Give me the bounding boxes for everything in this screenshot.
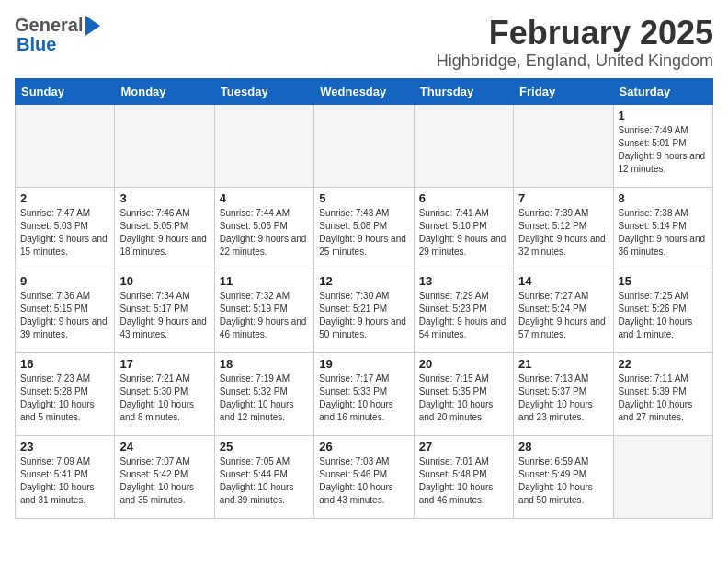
- calendar-cell: 9Sunrise: 7:36 AM Sunset: 5:15 PM Daylig…: [16, 270, 115, 352]
- logo: General Blue: [15, 15, 100, 55]
- calendar-cell: 21Sunrise: 7:13 AM Sunset: 5:37 PM Dayli…: [514, 352, 613, 435]
- day-info: Sunrise: 7:43 AM Sunset: 5:08 PM Dayligh…: [319, 207, 408, 259]
- day-number: 25: [220, 440, 309, 454]
- calendar-table: Sunday Monday Tuesday Wednesday Thursday…: [15, 78, 713, 519]
- day-number: 15: [619, 274, 708, 288]
- day-number: 20: [419, 357, 508, 371]
- day-number: 3: [119, 191, 209, 205]
- day-number: 8: [619, 191, 708, 205]
- calendar-cell: 14Sunrise: 7:27 AM Sunset: 5:24 PM Dayli…: [514, 270, 613, 352]
- calendar-cell: 11Sunrise: 7:32 AM Sunset: 5:19 PM Dayli…: [214, 270, 313, 352]
- day-number: 10: [119, 274, 209, 288]
- day-info: Sunrise: 7:05 AM Sunset: 5:44 PM Dayligh…: [220, 455, 309, 507]
- calendar-week-row: 9Sunrise: 7:36 AM Sunset: 5:15 PM Daylig…: [16, 270, 713, 352]
- calendar-cell: 20Sunrise: 7:15 AM Sunset: 5:35 PM Dayli…: [414, 352, 513, 435]
- page-header: General Blue February 2025 Highbridge, E…: [15, 15, 713, 71]
- calendar-cell: 8Sunrise: 7:38 AM Sunset: 5:14 PM Daylig…: [613, 187, 712, 270]
- logo-arrow: [85, 16, 100, 36]
- calendar-week-row: 2Sunrise: 7:47 AM Sunset: 5:03 PM Daylig…: [16, 187, 713, 270]
- calendar-week-row: 23Sunrise: 7:09 AM Sunset: 5:41 PM Dayli…: [16, 435, 713, 518]
- day-info: Sunrise: 7:03 AM Sunset: 5:46 PM Dayligh…: [319, 455, 408, 507]
- header-saturday: Saturday: [613, 78, 712, 104]
- calendar-cell: 12Sunrise: 7:30 AM Sunset: 5:21 PM Dayli…: [314, 270, 414, 352]
- calendar-cell: [314, 104, 414, 187]
- calendar-cell: 27Sunrise: 7:01 AM Sunset: 5:48 PM Dayli…: [414, 435, 513, 518]
- day-info: Sunrise: 7:27 AM Sunset: 5:24 PM Dayligh…: [518, 290, 608, 341]
- day-info: Sunrise: 7:23 AM Sunset: 5:28 PM Dayligh…: [20, 373, 109, 424]
- day-info: Sunrise: 7:13 AM Sunset: 5:37 PM Dayligh…: [518, 373, 608, 424]
- calendar-cell: 2Sunrise: 7:47 AM Sunset: 5:03 PM Daylig…: [16, 187, 115, 270]
- location-title: Highbridge, England, United Kingdom: [437, 52, 713, 71]
- day-number: 12: [319, 274, 408, 288]
- day-number: 11: [220, 274, 309, 288]
- day-number: 6: [419, 191, 508, 205]
- day-number: 14: [518, 274, 608, 288]
- day-number: 5: [319, 191, 408, 205]
- day-info: Sunrise: 7:11 AM Sunset: 5:39 PM Dayligh…: [619, 373, 708, 424]
- calendar-cell: [414, 104, 513, 187]
- header-thursday: Thursday: [414, 78, 513, 104]
- calendar-cell: 6Sunrise: 7:41 AM Sunset: 5:10 PM Daylig…: [414, 187, 513, 270]
- day-info: Sunrise: 7:47 AM Sunset: 5:03 PM Dayligh…: [20, 207, 109, 259]
- day-info: Sunrise: 6:59 AM Sunset: 5:49 PM Dayligh…: [518, 455, 608, 507]
- day-number: 23: [20, 440, 109, 454]
- day-info: Sunrise: 7:38 AM Sunset: 5:14 PM Dayligh…: [619, 207, 708, 259]
- calendar-week-row: 16Sunrise: 7:23 AM Sunset: 5:28 PM Dayli…: [16, 352, 713, 435]
- day-number: 2: [20, 191, 109, 205]
- calendar-cell: 15Sunrise: 7:25 AM Sunset: 5:26 PM Dayli…: [613, 270, 712, 352]
- day-number: 22: [619, 357, 708, 371]
- day-number: 7: [518, 191, 608, 205]
- calendar-cell: 1Sunrise: 7:49 AM Sunset: 5:01 PM Daylig…: [613, 104, 712, 187]
- day-number: 17: [119, 357, 209, 371]
- header-monday: Monday: [115, 78, 214, 104]
- calendar-cell: 19Sunrise: 7:17 AM Sunset: 5:33 PM Dayli…: [314, 352, 414, 435]
- month-title: February 2025: [437, 15, 713, 52]
- day-number: 24: [119, 440, 209, 454]
- day-number: 1: [619, 109, 708, 122]
- calendar-cell: 23Sunrise: 7:09 AM Sunset: 5:41 PM Dayli…: [16, 435, 115, 518]
- day-info: Sunrise: 7:19 AM Sunset: 5:32 PM Dayligh…: [220, 373, 309, 424]
- day-number: 21: [518, 357, 608, 371]
- day-number: 26: [319, 440, 408, 454]
- calendar-cell: 3Sunrise: 7:46 AM Sunset: 5:05 PM Daylig…: [115, 187, 214, 270]
- day-info: Sunrise: 7:29 AM Sunset: 5:23 PM Dayligh…: [419, 290, 508, 341]
- header-tuesday: Tuesday: [214, 78, 313, 104]
- day-info: Sunrise: 7:07 AM Sunset: 5:42 PM Dayligh…: [119, 455, 209, 507]
- calendar-cell: [115, 104, 214, 187]
- calendar-cell: [214, 104, 313, 187]
- logo-blue: Blue: [15, 34, 56, 55]
- day-info: Sunrise: 7:46 AM Sunset: 5:05 PM Dayligh…: [119, 207, 209, 259]
- calendar-cell: 4Sunrise: 7:44 AM Sunset: 5:06 PM Daylig…: [214, 187, 313, 270]
- calendar-cell: 5Sunrise: 7:43 AM Sunset: 5:08 PM Daylig…: [314, 187, 414, 270]
- header-friday: Friday: [514, 78, 613, 104]
- day-info: Sunrise: 7:44 AM Sunset: 5:06 PM Dayligh…: [220, 207, 309, 259]
- calendar-cell: 26Sunrise: 7:03 AM Sunset: 5:46 PM Dayli…: [314, 435, 414, 518]
- day-info: Sunrise: 7:21 AM Sunset: 5:30 PM Dayligh…: [119, 373, 209, 424]
- calendar-week-row: 1Sunrise: 7:49 AM Sunset: 5:01 PM Daylig…: [16, 104, 713, 187]
- calendar-cell: 10Sunrise: 7:34 AM Sunset: 5:17 PM Dayli…: [115, 270, 214, 352]
- calendar-cell: [514, 104, 613, 187]
- day-info: Sunrise: 7:34 AM Sunset: 5:17 PM Dayligh…: [119, 290, 209, 341]
- day-number: 27: [419, 440, 508, 454]
- title-section: February 2025 Highbridge, England, Unite…: [437, 15, 713, 71]
- calendar-cell: 22Sunrise: 7:11 AM Sunset: 5:39 PM Dayli…: [613, 352, 712, 435]
- calendar-cell: [613, 435, 712, 518]
- day-number: 19: [319, 357, 408, 371]
- logo-general: General: [15, 15, 83, 36]
- day-info: Sunrise: 7:41 AM Sunset: 5:10 PM Dayligh…: [419, 207, 508, 259]
- calendar-cell: 25Sunrise: 7:05 AM Sunset: 5:44 PM Dayli…: [214, 435, 313, 518]
- calendar-cell: 18Sunrise: 7:19 AM Sunset: 5:32 PM Dayli…: [214, 352, 313, 435]
- day-info: Sunrise: 7:25 AM Sunset: 5:26 PM Dayligh…: [619, 290, 708, 341]
- calendar-cell: 28Sunrise: 6:59 AM Sunset: 5:49 PM Dayli…: [514, 435, 613, 518]
- day-info: Sunrise: 7:32 AM Sunset: 5:19 PM Dayligh…: [220, 290, 309, 341]
- day-info: Sunrise: 7:15 AM Sunset: 5:35 PM Dayligh…: [419, 373, 508, 424]
- day-number: 16: [20, 357, 109, 371]
- calendar-cell: 24Sunrise: 7:07 AM Sunset: 5:42 PM Dayli…: [115, 435, 214, 518]
- day-number: 4: [220, 191, 309, 205]
- day-info: Sunrise: 7:49 AM Sunset: 5:01 PM Dayligh…: [619, 124, 708, 176]
- day-info: Sunrise: 7:39 AM Sunset: 5:12 PM Dayligh…: [518, 207, 608, 259]
- calendar-header-row: Sunday Monday Tuesday Wednesday Thursday…: [16, 78, 713, 104]
- calendar-cell: 7Sunrise: 7:39 AM Sunset: 5:12 PM Daylig…: [514, 187, 613, 270]
- day-number: 9: [20, 274, 109, 288]
- header-sunday: Sunday: [16, 78, 115, 104]
